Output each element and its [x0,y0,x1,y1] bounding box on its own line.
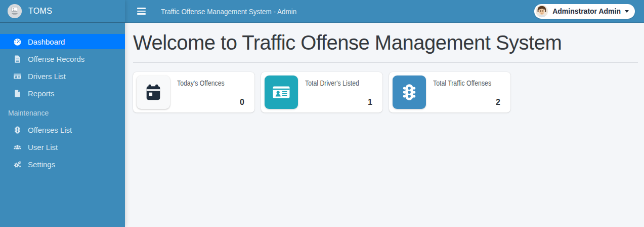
id-card-icon [265,75,298,109]
divider [133,62,638,63]
user-avatar [535,5,548,18]
content-area: Welcome to Traffic Offense Management Sy… [125,23,644,112]
brand-link[interactable]: TOMS [0,0,125,23]
sidebar-nav: Dashboard Offense Records [0,23,125,174]
sidebar-item-label: Offense Records [28,55,84,63]
sidebar-item-label: Reports [28,89,55,98]
page-title: Welcome to Traffic Offense Management Sy… [133,31,638,54]
sidebar-item-dashboard[interactable]: Dashboard [0,34,125,49]
caret-down-icon [625,10,629,13]
sidebar-item-drivers-list[interactable]: Drivers List [0,68,125,84]
stat-card-total-offenses: Total Traffic Offenses 2 [389,72,510,112]
traffic-light-icon [12,126,22,134]
sidebar-section-maintenance: Maintenance [0,103,125,122]
app-window: TOMS Dashboard [0,0,644,227]
topbar-title: Traffic Offense Management System - Admi… [161,7,497,16]
user-name: Adminstrator Admin [552,7,621,15]
brand-name: TOMS [28,7,52,16]
sidebar-item-label: User List [28,143,58,152]
stat-card-value: 1 [305,98,372,107]
stat-card-label: Today's Offences [177,79,232,87]
menu-toggle-button[interactable] [136,6,147,16]
sidebar-item-reports[interactable]: Reports [0,86,125,101]
file-icon [12,89,22,98]
users-icon [12,143,22,152]
stat-card-total-drivers: Total Driver's Listed 1 [261,72,382,112]
stat-card-label: Total Traffic Offenses [433,79,488,87]
stat-card-value: 0 [177,98,244,107]
cogs-icon [12,160,22,169]
stat-card-value: 2 [433,98,500,107]
sidebar: TOMS Dashboard [0,0,125,227]
sidebar-item-label: Settings [28,160,55,169]
sidebar-item-label: Drivers List [28,72,66,81]
stat-card-label: Total Driver's Listed [305,79,360,87]
sidebar-item-offenses-list[interactable]: Offenses List [0,122,125,137]
sidebar-item-settings[interactable]: Settings [0,157,125,172]
stat-card-todays-offences: Today's Offences 0 [133,72,254,112]
sidebar-item-user-list[interactable]: User List [0,139,125,155]
sidebar-item-label: Offenses List [28,126,72,134]
tachometer-icon [12,37,22,46]
topbar: Traffic Offense Management System - Admi… [125,0,644,23]
calendar-icon [137,75,170,109]
stat-cards-row: Today's Offences 0 [133,72,638,112]
file-lines-icon [12,55,22,63]
user-menu-button[interactable]: Adminstrator Admin [534,4,635,19]
id-card-icon [12,72,22,81]
main-column: Traffic Offense Management System - Admi… [125,0,644,227]
sidebar-item-offense-records[interactable]: Offense Records [0,51,125,66]
brand-logo-icon [7,4,22,19]
traffic-light-icon [393,75,426,109]
sidebar-item-label: Dashboard [28,37,65,46]
